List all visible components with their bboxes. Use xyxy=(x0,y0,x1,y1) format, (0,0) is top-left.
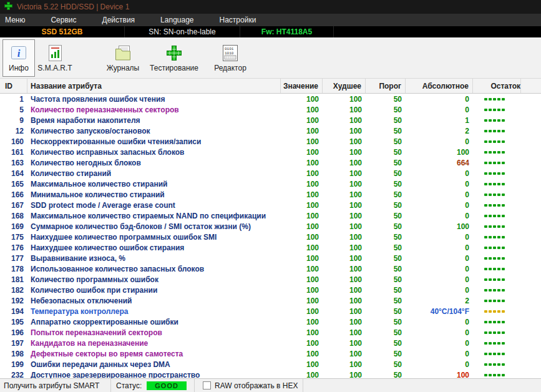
attr-id: 192 xyxy=(0,296,27,305)
table-row-attr-5[interactable]: 5Количество переназначенных секторов1001… xyxy=(0,104,541,115)
table-row-attr-9[interactable]: 9Время наработки накопителя100100501 xyxy=(0,115,541,125)
toolbar-button-smart[interactable]: S.M.A.R.T xyxy=(35,39,75,77)
table-row-attr-1[interactable]: 1Частота проявления ошибок чтения1001005… xyxy=(0,94,541,104)
attr-absolute: 0 xyxy=(406,339,473,348)
attr-health-dots xyxy=(473,257,521,260)
menu-item-2[interactable]: Сервис xyxy=(51,16,76,24)
attr-name: Количество переназначенных секторов xyxy=(27,105,281,114)
toolbar-button-testing[interactable]: Тестирование xyxy=(146,39,202,77)
attr-id: 166 xyxy=(0,190,27,199)
toolbar-button-editor[interactable]: 01011010Редактор xyxy=(208,39,252,77)
menu-item-1[interactable]: Меню xyxy=(5,16,25,24)
column-header-threshold[interactable]: Порог xyxy=(366,79,406,93)
table-row-attr-181[interactable]: 181Количество программных ошибок10010050… xyxy=(0,274,541,285)
table-row-attr-166[interactable]: 166Минимальное количество стираний100100… xyxy=(0,189,541,200)
column-header-worst[interactable]: Худшее xyxy=(323,79,366,93)
attr-worst: 100 xyxy=(323,318,366,326)
attr-absolute: 100 xyxy=(406,222,473,231)
attr-value: 100 xyxy=(281,318,323,326)
toolbar-button-journals[interactable]: Журналы xyxy=(100,39,146,77)
table-row-attr-182[interactable]: 182Количество ошибок при стирании1001005… xyxy=(0,285,541,295)
column-header-absolute[interactable]: Абсолютное xyxy=(406,79,473,93)
attr-value: 100 xyxy=(281,350,323,358)
health-dot xyxy=(502,98,505,100)
attr-health-dots xyxy=(473,289,521,292)
table-row-attr-160[interactable]: 160Нескорректированные ошибки чтения/зап… xyxy=(0,136,541,147)
table-row-attr-168[interactable]: 168Максимальное количество стираемых NAN… xyxy=(0,210,541,221)
table-row-attr-232[interactable]: 232Доступное зарезервированное пространс… xyxy=(0,370,541,378)
attr-worst: 100 xyxy=(323,286,366,295)
health-dot xyxy=(497,278,500,281)
attr-threshold: 50 xyxy=(366,159,406,167)
attr-value: 100 xyxy=(281,137,323,146)
attr-health-dots xyxy=(473,140,521,143)
health-dot xyxy=(493,204,496,207)
raw-hex-label[interactable]: RAW отображать в HEX xyxy=(215,381,298,390)
table-row-attr-176[interactable]: 176Наихудшее количество ошибок стирания1… xyxy=(0,242,541,253)
attr-name: Количество негодных блоков xyxy=(27,159,281,167)
health-dot xyxy=(493,172,496,175)
menu-item-4[interactable]: Language xyxy=(160,16,193,24)
table-row-attr-198[interactable]: 198Дефектные секторы во время самотеста1… xyxy=(0,348,541,359)
toolbar-button-info[interactable]: iИнфо xyxy=(2,39,35,77)
column-header-id[interactable]: ID xyxy=(0,79,27,93)
attr-value: 100 xyxy=(281,360,323,369)
table-row-attr-197[interactable]: 197Кандидатов на переназначение100100500 xyxy=(0,338,541,348)
column-header-filler xyxy=(521,79,541,93)
raw-hex-checkbox[interactable] xyxy=(203,381,211,390)
table-row-attr-192[interactable]: 192Небезопасных отключений100100502 xyxy=(0,295,541,306)
attr-value: 100 xyxy=(281,254,323,263)
health-dot xyxy=(484,289,487,292)
menu-item-5[interactable]: Настройки xyxy=(220,16,256,24)
table-row-attr-195[interactable]: 195Аппаратно скорректированные ошибки100… xyxy=(0,316,541,327)
health-dot xyxy=(497,310,500,313)
device-serial: SN: SN-on-the-lable xyxy=(125,26,240,37)
table-row-attr-165[interactable]: 165Максимальное количество стираний10010… xyxy=(0,179,541,189)
get-smart-attributes-button[interactable]: Получить атрибуты SMART xyxy=(0,379,111,392)
table-row-attr-161[interactable]: 161Количество исправных запасных блоков1… xyxy=(0,147,541,157)
app-window: Victoria 5.22 HDD/SSD | Device 1 МенюСер… xyxy=(0,0,541,392)
attr-health-dots xyxy=(473,236,521,238)
health-dot xyxy=(489,98,492,100)
attr-health-dots xyxy=(473,194,521,196)
table-row-attr-163[interactable]: 163Количество негодных блоков10010050664 xyxy=(0,157,541,168)
attr-worst: 100 xyxy=(323,105,366,114)
attr-name: Наихудшее количество программных ошибок … xyxy=(27,233,281,242)
table-row-attr-175[interactable]: 175Наихудшее количество программных ошиб… xyxy=(0,232,541,242)
table-row-attr-199[interactable]: 199Ошибки передачи данных через DMA10010… xyxy=(0,359,541,370)
table-row-attr-196[interactable]: 196Попыток переназначений секторов100100… xyxy=(0,327,541,338)
attr-worst: 100 xyxy=(323,159,366,167)
attr-health-dots xyxy=(473,119,521,122)
column-header-name[interactable]: Название атрибута xyxy=(27,79,281,93)
health-dot xyxy=(489,204,492,207)
attr-id: 199 xyxy=(0,360,27,369)
health-dot xyxy=(502,374,505,376)
attr-worst: 100 xyxy=(323,339,366,348)
health-dot xyxy=(502,289,505,292)
table-row-attr-164[interactable]: 164Количество стираний100100500 xyxy=(0,168,541,179)
table-row-attr-169[interactable]: 169Суммарное количество бэд-блоков / SMI… xyxy=(0,221,541,232)
health-dot xyxy=(489,374,492,376)
health-dot xyxy=(489,194,492,196)
health-dot xyxy=(489,257,492,260)
attr-absolute: 100 xyxy=(406,371,473,379)
attr-value: 100 xyxy=(281,169,323,178)
menu-item-3[interactable]: Действия xyxy=(102,16,135,24)
table-row-attr-194[interactable]: 194Температура контроллера1001005040°C/1… xyxy=(0,306,541,316)
attr-health-dots xyxy=(473,183,521,185)
attr-health-dots xyxy=(473,172,521,175)
table-row-attr-167[interactable]: 167SDD protect mode / Average erase coun… xyxy=(0,200,541,210)
health-dot xyxy=(484,130,487,132)
status-section: Статус: GOOD xyxy=(111,379,195,392)
column-header-value[interactable]: Значение xyxy=(281,79,323,93)
column-header-health[interactable]: Остаток xyxy=(473,79,521,93)
table-row-attr-12[interactable]: 12Количество запусков/остановок100100502 xyxy=(0,125,541,136)
health-dot xyxy=(502,310,505,313)
health-dot xyxy=(502,109,505,111)
table-row-attr-178[interactable]: 178Использованное количество запасных бл… xyxy=(0,263,541,274)
health-dot xyxy=(484,140,487,143)
title-bar: Victoria 5.22 HDD/SSD | Device 1 xyxy=(0,0,541,14)
health-dot xyxy=(489,310,492,313)
table-row-attr-177[interactable]: 177Выравнивание износа, %100100500 xyxy=(0,253,541,263)
attr-value: 100 xyxy=(281,201,323,210)
